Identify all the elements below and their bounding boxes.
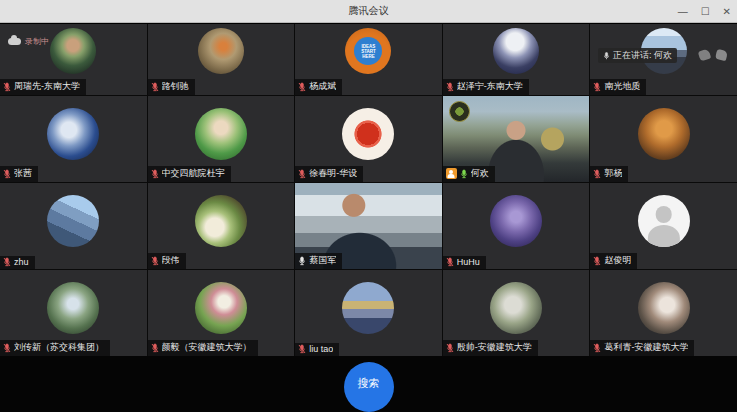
participant-tile[interactable]: 刘传新（苏交科集团）: [0, 270, 147, 356]
participant-label: zhu: [0, 256, 35, 269]
search-button[interactable]: 搜索: [344, 362, 394, 412]
avatar: [195, 282, 247, 334]
mic-icon: [446, 343, 454, 353]
mic-icon: [3, 257, 11, 267]
avatar-badge: IDEAS START HERE: [354, 37, 382, 65]
mic-icon: [460, 169, 468, 179]
bottom-bar: 搜索: [0, 356, 737, 412]
recording-label: 录制中: [25, 36, 49, 47]
participant-tile[interactable]: 张茜: [0, 96, 147, 182]
participant-tile[interactable]: HuHu: [443, 183, 590, 269]
participant-name: 刘传新（苏交科集团）: [14, 341, 104, 354]
participant-label: 蔡国军: [295, 253, 342, 269]
avatar: [195, 108, 247, 160]
avatar: [638, 282, 690, 334]
participant-tile[interactable]: 赵俊明: [590, 183, 737, 269]
mic-icon: [603, 51, 610, 61]
avatar: [342, 282, 394, 334]
mic-icon: [151, 343, 159, 353]
window-title: 腾讯会议: [349, 4, 389, 18]
participant-name: 周瑞先-东南大学: [14, 80, 80, 93]
participant-tile[interactable]: 蔡国军: [295, 183, 442, 269]
window-controls: — ☐ ✕: [678, 0, 731, 23]
participant-label: 南光地质: [590, 79, 646, 95]
mic-icon: [593, 343, 601, 353]
recording-indicator: 录制中: [8, 36, 49, 47]
participant-name: zhu: [14, 257, 29, 267]
mic-icon: [298, 82, 306, 92]
raised-hand-icon: [446, 168, 457, 179]
mic-icon: [151, 169, 159, 179]
avatar: [342, 108, 394, 160]
title-bar: 腾讯会议 — ☐ ✕: [0, 0, 737, 23]
participant-label: 中交四航院杜宇: [148, 166, 231, 182]
close-button[interactable]: ✕: [723, 7, 731, 17]
participant-label: 何欢: [443, 166, 495, 182]
participant-tile[interactable]: 颜毅（安徽建筑大学）: [148, 270, 295, 356]
participant-tile[interactable]: 段伟: [148, 183, 295, 269]
avatar: [47, 108, 99, 160]
tencent-meeting-window: 腾讯会议 — ☐ ✕ 周瑞先-东南大学 路钊驰 IDEAS START HERE…: [0, 0, 737, 412]
participant-tile[interactable]: 周瑞先-东南大学: [0, 24, 147, 95]
mic-icon: [446, 82, 454, 92]
reaction-icons: [699, 50, 727, 60]
mic-icon: [298, 344, 306, 354]
mic-icon: [3, 82, 11, 92]
participant-name: 路钊驰: [162, 80, 189, 93]
participant-name: 中交四航院杜宇: [162, 167, 225, 180]
avatar: [490, 195, 542, 247]
participant-name: 颜毅（安徽建筑大学）: [162, 341, 252, 354]
participant-name: 南光地质: [604, 80, 640, 93]
participant-label: HuHu: [443, 256, 486, 269]
participant-label: 葛利青-安徽建筑大学: [590, 340, 694, 356]
participant-name: 张茜: [14, 167, 32, 180]
participant-label: 刘传新（苏交科集团）: [0, 340, 110, 356]
minimize-button[interactable]: —: [678, 7, 688, 17]
participant-name: 赵俊明: [604, 254, 631, 267]
hand-icon: [715, 49, 728, 61]
mic-icon: [3, 169, 11, 179]
participant-name: HuHu: [457, 257, 480, 267]
participant-name: 殷帅-安徽建筑大学: [457, 341, 532, 354]
mic-icon: [151, 256, 159, 266]
mic-icon: [593, 82, 601, 92]
logo-badge-icon: [449, 101, 470, 122]
participant-label: liu tao: [295, 343, 339, 356]
participant-tile[interactable]: zhu: [0, 183, 147, 269]
participant-tile[interactable]: 葛利青-安徽建筑大学: [590, 270, 737, 356]
participant-label: 张茜: [0, 166, 38, 182]
participant-tile[interactable]: 何欢: [443, 96, 590, 182]
participant-grid: 周瑞先-东南大学 路钊驰 IDEAS START HERE 杨成斌 赵泽宁-东南…: [0, 24, 737, 356]
participant-tile[interactable]: 路钊驰: [148, 24, 295, 95]
participant-tile[interactable]: IDEAS START HERE 杨成斌: [295, 24, 442, 95]
avatar: IDEAS START HERE: [345, 28, 391, 74]
avatar: [493, 28, 539, 74]
participant-name: 蔡国军: [309, 254, 336, 267]
avatar: [47, 195, 99, 247]
participant-name: 郭杨: [604, 167, 622, 180]
mic-icon: [298, 169, 306, 179]
avatar: [50, 28, 96, 74]
cloud-recording-icon: [8, 38, 21, 45]
avatar: [490, 282, 542, 334]
mic-icon: [593, 256, 601, 266]
participant-name: 徐春明-华设: [309, 167, 357, 180]
participant-name: 葛利青-安徽建筑大学: [604, 341, 688, 354]
participant-tile[interactable]: 郭杨: [590, 96, 737, 182]
participant-tile[interactable]: 徐春明-华设: [295, 96, 442, 182]
participant-label: 颜毅（安徽建筑大学）: [148, 340, 258, 356]
participant-label: 赵俊明: [590, 253, 637, 269]
participant-tile[interactable]: 殷帅-安徽建筑大学: [443, 270, 590, 356]
mic-icon: [593, 169, 601, 179]
hand-icon: [698, 49, 712, 62]
mic-icon: [298, 256, 306, 266]
participant-name: liu tao: [309, 344, 333, 354]
participant-label: 郭杨: [590, 166, 628, 182]
maximize-button[interactable]: ☐: [701, 7, 710, 17]
participant-label: 周瑞先-东南大学: [0, 79, 86, 95]
participant-label: 徐春明-华设: [295, 166, 363, 182]
participant-tile[interactable]: 赵泽宁-东南大学: [443, 24, 590, 95]
participant-tile[interactable]: liu tao: [295, 270, 442, 356]
participant-name: 杨成斌: [309, 80, 336, 93]
participant-tile[interactable]: 中交四航院杜宇: [148, 96, 295, 182]
